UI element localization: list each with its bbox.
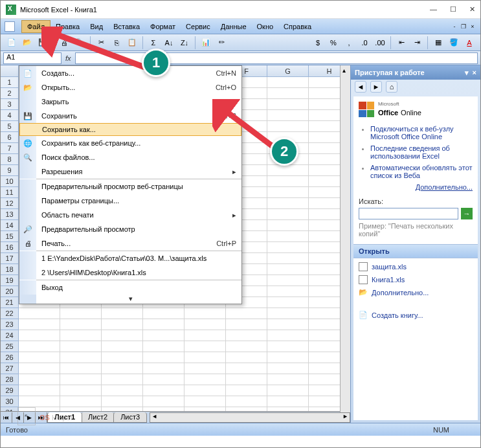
cell[interactable] — [267, 264, 309, 275]
percent-button[interactable]: % — [326, 36, 341, 50]
fill-color-button[interactable]: 🪣 — [447, 36, 461, 50]
row-header[interactable]: 25 — [1, 341, 19, 352]
menu-help[interactable]: Справка — [278, 21, 317, 32]
cell[interactable] — [267, 198, 309, 209]
cell[interactable] — [19, 319, 60, 330]
cell[interactable] — [267, 165, 309, 176]
cell[interactable] — [226, 330, 267, 341]
cell[interactable] — [143, 308, 185, 319]
cell[interactable] — [267, 297, 309, 308]
cell[interactable] — [60, 330, 102, 341]
cell[interactable] — [267, 341, 309, 352]
cell[interactable] — [19, 330, 60, 341]
recent-file[interactable]: Книга1.xls — [359, 275, 473, 284]
row-header[interactable]: 29 — [1, 385, 19, 396]
cell[interactable] — [267, 209, 309, 220]
copy-button[interactable]: ⎘ — [109, 36, 124, 50]
nav-fwd-icon[interactable]: ► — [370, 81, 382, 93]
font-color-button[interactable]: A — [462, 36, 476, 50]
row-header[interactable]: 15 — [1, 231, 19, 242]
menu-item[interactable]: 1 E:\YandexDisk\Работа\Статьи\03. M...\з… — [19, 251, 241, 265]
cell[interactable] — [267, 176, 309, 187]
cell[interactable] — [143, 319, 185, 330]
tab-nav-first-icon[interactable]: ⏮ — [1, 412, 12, 423]
cell[interactable] — [60, 308, 102, 319]
menu-window[interactable]: Окно — [252, 21, 279, 32]
menu-view[interactable]: Вид — [85, 21, 108, 32]
cell[interactable] — [102, 385, 143, 396]
row-header[interactable]: 5 — [1, 121, 19, 132]
cell[interactable] — [19, 385, 60, 396]
cell[interactable] — [267, 352, 309, 363]
formula-input[interactable] — [75, 52, 478, 64]
menu-item[interactable]: Сохранить как... — [19, 123, 241, 136]
cell[interactable] — [226, 396, 267, 407]
search-input[interactable] — [359, 208, 458, 219]
search-go-button[interactable]: → — [461, 208, 473, 219]
row-header[interactable]: 13 — [1, 209, 19, 220]
cell[interactable] — [102, 363, 143, 374]
menu-file[interactable]: Файл — [21, 20, 50, 33]
cell[interactable] — [143, 330, 185, 341]
child-restore-icon[interactable]: ❐ — [460, 23, 467, 30]
maximize-icon[interactable]: ☐ — [450, 5, 456, 14]
cell[interactable] — [60, 363, 102, 374]
indent-dec-button[interactable]: ⇤ — [394, 36, 408, 50]
row-header[interactable]: 3 — [1, 99, 19, 110]
cell[interactable] — [267, 77, 309, 88]
cell[interactable] — [185, 308, 226, 319]
open-more[interactable]: 📂 Дополнительно... — [359, 288, 473, 297]
cell[interactable] — [267, 253, 309, 264]
create-workbook[interactable]: 📄 Создать книгу... — [359, 311, 473, 319]
cell[interactable] — [102, 407, 143, 411]
preview-button[interactable]: 🔍 — [73, 36, 87, 50]
cell[interactable] — [102, 374, 143, 385]
select-all-corner[interactable] — [1, 65, 19, 76]
cell[interactable] — [19, 352, 60, 363]
cell[interactable] — [60, 374, 102, 385]
cell[interactable] — [226, 308, 267, 319]
cell[interactable] — [143, 363, 185, 374]
cell[interactable] — [185, 374, 226, 385]
cell[interactable] — [267, 396, 309, 407]
row-header[interactable]: 21 — [1, 297, 19, 308]
cell[interactable] — [267, 121, 309, 132]
row-header[interactable]: 1 — [1, 77, 19, 88]
menu-data[interactable]: Данные — [216, 21, 252, 32]
cell[interactable] — [60, 341, 102, 352]
child-close-icon[interactable]: × — [469, 23, 476, 30]
cell[interactable] — [185, 396, 226, 407]
cell[interactable] — [185, 385, 226, 396]
cell[interactable] — [102, 330, 143, 341]
menu-item[interactable]: Закрыть — [19, 95, 241, 109]
open-button[interactable]: 📂 — [20, 36, 34, 50]
row-header[interactable]: 28 — [1, 374, 19, 385]
cell[interactable] — [267, 231, 309, 242]
cell[interactable] — [226, 374, 267, 385]
cell[interactable] — [226, 363, 267, 374]
cell[interactable] — [226, 341, 267, 352]
decimal-inc-button[interactable]: .0 — [357, 36, 372, 50]
nav-home-icon[interactable]: ⌂ — [386, 81, 397, 93]
row-header[interactable]: 9 — [1, 165, 19, 176]
row-header[interactable]: 26 — [1, 352, 19, 363]
cell[interactable] — [185, 341, 226, 352]
drawing-button[interactable]: ✏ — [214, 36, 229, 50]
cell[interactable] — [19, 308, 60, 319]
cell[interactable] — [267, 88, 309, 99]
menu-item[interactable]: 📄Создать...Ctrl+N — [19, 66, 241, 80]
child-minimize-icon[interactable]: - — [451, 23, 458, 30]
cell[interactable] — [267, 363, 309, 374]
menu-item[interactable]: Параметры страницы... — [19, 194, 241, 208]
cell[interactable] — [102, 341, 143, 352]
cell[interactable] — [143, 352, 185, 363]
cell[interactable] — [60, 385, 102, 396]
menu-item[interactable]: Выход — [19, 280, 241, 295]
row-header[interactable]: 30 — [1, 396, 19, 407]
menu-item[interactable]: Разрешения▸ — [19, 164, 241, 179]
minimize-icon[interactable]: — — [430, 5, 437, 14]
recent-file[interactable]: защита.xls — [359, 262, 473, 271]
sum-button[interactable]: Σ — [146, 36, 161, 50]
comma-button[interactable]: , — [342, 36, 356, 50]
menu-tools[interactable]: Сервис — [181, 21, 216, 32]
